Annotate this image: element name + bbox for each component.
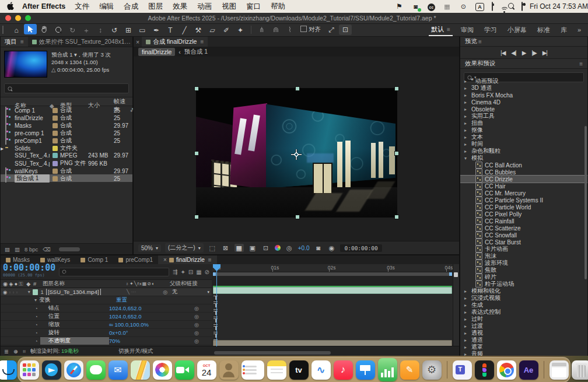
expand-layer-switches-icon[interactable]: ≣ bbox=[4, 348, 9, 355]
label-color-chip[interactable] bbox=[52, 108, 58, 113]
panel-menu-icon[interactable]: ≡ bbox=[20, 38, 24, 45]
puppet-pin-tool[interactable]: ✦ bbox=[234, 25, 247, 36]
dock-freeform-icon[interactable]: ∿ bbox=[312, 360, 331, 380]
selection-handle[interactable] bbox=[394, 86, 399, 91]
pixel-aspect-icon[interactable]: ⊠ bbox=[221, 244, 230, 252]
chevron-right-icon[interactable]: ▸ bbox=[464, 86, 469, 91]
timeline-tab-finalDrizzle[interactable]: ×finalDrizzle≡ bbox=[158, 255, 217, 264]
motion-blur-icon[interactable]: ⊘ bbox=[205, 269, 209, 275]
effects-category[interactable]: ▸3D 通道 bbox=[460, 85, 587, 92]
property-value[interactable]: 1024.0,652.0 bbox=[109, 305, 179, 311]
minimize-window-button[interactable] bbox=[15, 15, 21, 21]
project-item-row[interactable]: SSU_Tex_.4.png PNG 文件 996 KB bbox=[1, 159, 132, 167]
panel-menu-icon[interactable]: ≡ bbox=[200, 38, 204, 45]
selection-handle[interactable] bbox=[295, 215, 300, 219]
graph-row[interactable] bbox=[212, 310, 453, 318]
layer-row[interactable]: ◉▫▫▫ ▾ 1 [SSU_Te_1304.mp4] ╲▫▫▫ ◎ 无▾ bbox=[1, 288, 212, 296]
orbit-tool[interactable]: ↻ bbox=[66, 25, 79, 36]
dock-pages-icon[interactable]: ✎ bbox=[400, 360, 419, 380]
reset-link[interactable]: 重置 bbox=[116, 296, 186, 304]
mask-visibility-icon[interactable]: ⊡ bbox=[339, 24, 352, 35]
frame-blending-icon[interactable]: ▦ bbox=[196, 269, 201, 275]
chevron-down-icon[interactable]: ▾ bbox=[32, 297, 39, 303]
chevron-right-icon[interactable]: ▸ bbox=[464, 324, 469, 329]
pick-whip-icon[interactable]: ◎ bbox=[192, 330, 201, 336]
pick-whip-icon[interactable]: ◎ bbox=[192, 322, 201, 328]
label-color-chip[interactable] bbox=[52, 131, 58, 136]
property-name[interactable]: 不透明度 bbox=[40, 337, 109, 345]
menu-composition[interactable]: 合成 bbox=[124, 2, 138, 10]
dock-after-effects-icon[interactable]: Ae bbox=[519, 360, 538, 380]
timeline-horizontal-scrollbar[interactable] bbox=[214, 351, 331, 355]
link-icon[interactable]: ∞ bbox=[109, 321, 114, 328]
timeline-tab-preComp1[interactable]: preComp1 bbox=[113, 255, 158, 264]
previous-frame-button[interactable]: ◀| bbox=[511, 50, 516, 56]
tab-project[interactable]: 项目≡ bbox=[1, 37, 28, 47]
work-area-bar[interactable] bbox=[213, 272, 452, 276]
effect-item[interactable]: CC Pixel Polly bbox=[460, 211, 587, 218]
grid-guides-icon[interactable]: ▦ bbox=[235, 244, 244, 252]
chevron-right-icon[interactable]: ▸ bbox=[464, 317, 469, 322]
item-name[interactable]: wallKeys bbox=[15, 168, 50, 174]
timeline-tab-Comp 1[interactable]: Comp 1 bbox=[75, 255, 113, 264]
brush-tool[interactable]: ╱ bbox=[178, 25, 191, 36]
current-time-display[interactable]: 0:00:00:0000000 (25.00 fps) bbox=[3, 264, 55, 279]
work-area-end-handle[interactable] bbox=[449, 272, 452, 276]
item-name[interactable]: finalDrizzle bbox=[15, 115, 50, 121]
project-search-input[interactable] bbox=[4, 83, 129, 93]
selection-handle[interactable] bbox=[194, 86, 199, 91]
expand-in-out-icon[interactable]: ⌗ bbox=[23, 348, 26, 355]
dock-system-settings-icon[interactable]: ⚙ bbox=[422, 360, 442, 380]
menu-file[interactable]: 文件 bbox=[75, 2, 89, 10]
stopwatch-icon[interactable]: ◔ bbox=[32, 330, 40, 336]
chevron-down-icon[interactable]: ▾ bbox=[464, 156, 469, 161]
graph-row[interactable] bbox=[212, 302, 453, 310]
pick-whip-icon[interactable]: ◎ bbox=[192, 338, 201, 344]
selection-handle[interactable] bbox=[394, 151, 399, 156]
active-app-name[interactable]: After Effects bbox=[22, 2, 65, 10]
label-color-chip[interactable] bbox=[52, 123, 58, 128]
exposure-reset-icon[interactable]: ◎ bbox=[285, 244, 294, 252]
chevron-right-icon[interactable]: ▸ bbox=[464, 93, 469, 98]
menu-window[interactable]: 窗口 bbox=[246, 2, 261, 10]
project-item-row[interactable]: finalDrizzle 合成 25 bbox=[1, 114, 132, 121]
time-ruler[interactable]: 0s01s02s03s04s bbox=[212, 264, 453, 272]
creative-cloud-icon[interactable]: cc bbox=[428, 2, 435, 11]
input-source-icon[interactable]: A bbox=[475, 2, 484, 11]
workspace-tab-小屏幕[interactable]: 小屏幕 bbox=[505, 24, 529, 36]
label-color-chip[interactable] bbox=[52, 161, 58, 166]
thumbnail-size-slider[interactable] bbox=[59, 247, 80, 251]
property-name[interactable]: 位置 bbox=[40, 313, 109, 320]
chevron-right-icon[interactable]: ▸ bbox=[464, 303, 469, 308]
effect-item[interactable]: 焦散 bbox=[460, 267, 587, 274]
timeline-search-input[interactable] bbox=[59, 268, 169, 276]
workspace-menu-icon[interactable]: ≡ bbox=[447, 26, 450, 33]
effect-item[interactable]: CC Mr. Mercury bbox=[460, 190, 587, 197]
item-name[interactable]: Masks bbox=[15, 122, 50, 129]
quality-icon[interactable]: ╲ bbox=[127, 289, 130, 295]
menu-animation[interactable]: 动画 bbox=[197, 2, 212, 10]
chevron-right-icon[interactable]: ▸ bbox=[464, 345, 469, 350]
chevron-right-icon[interactable]: ▸ bbox=[464, 331, 469, 336]
graph-row[interactable] bbox=[212, 332, 453, 341]
close-tab-icon[interactable]: × bbox=[136, 38, 139, 45]
project-item-row[interactable]: 预合成 1 合成 25 bbox=[1, 174, 132, 182]
eye-icon[interactable]: ◉ bbox=[3, 289, 7, 295]
align-toggle[interactable]: 对齐 bbox=[300, 26, 321, 34]
project-item-row[interactable]: Masks 合成 29.97 bbox=[1, 121, 132, 129]
anchor-point-icon[interactable] bbox=[290, 149, 302, 160]
label-color-chip[interactable] bbox=[52, 146, 58, 151]
draft-3d-icon[interactable]: ✦ bbox=[180, 269, 185, 275]
chevron-right-icon[interactable]: ▸ bbox=[464, 100, 469, 105]
chevron-right-icon[interactable]: ▸ bbox=[464, 338, 469, 343]
project-item-row[interactable]: wallKeys 合成 29.97 bbox=[1, 167, 132, 174]
dock-reminders-icon[interactable] bbox=[242, 360, 264, 380]
menu-effect[interactable]: 效果 bbox=[173, 2, 187, 10]
property-row-位置[interactable]: ◔ 位置 1024.0,652.0 ◎ bbox=[1, 313, 212, 321]
chevron-right-icon[interactable]: ▸ bbox=[464, 114, 469, 119]
chevron-down-icon[interactable]: ▾ bbox=[26, 289, 33, 295]
rotate-tool[interactable]: ↺ bbox=[108, 25, 121, 36]
snapshot-camera-icon[interactable]: ◙ bbox=[313, 244, 323, 252]
dock-safari-icon[interactable] bbox=[64, 360, 83, 380]
effect-item[interactable]: CC Particle World bbox=[460, 204, 587, 211]
